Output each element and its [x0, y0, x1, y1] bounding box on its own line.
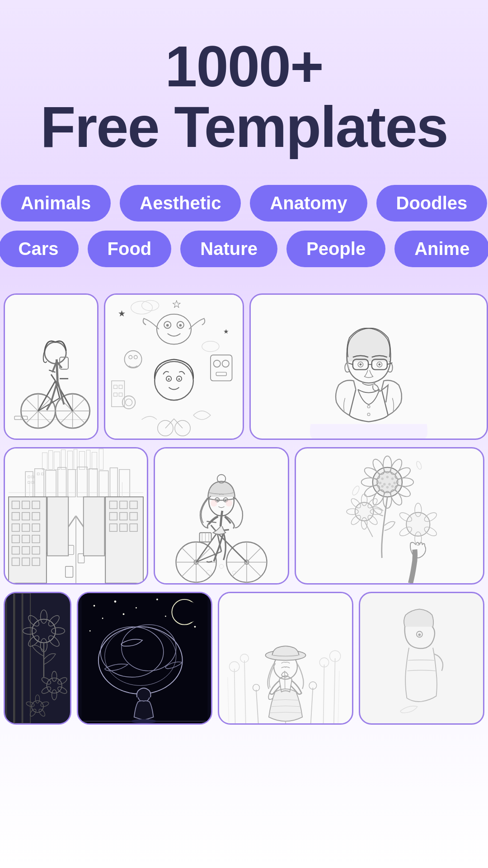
svg-point-195	[383, 483, 386, 486]
svg-point-174	[211, 500, 217, 506]
svg-text:☆: ☆	[172, 298, 182, 310]
svg-rect-136	[84, 497, 105, 556]
tag-anime[interactable]: Anime	[394, 231, 488, 267]
svg-point-74	[360, 363, 362, 366]
gallery-row-1: ★ ★ ☆	[0, 290, 488, 443]
svg-point-259	[194, 626, 196, 627]
gallery-item-partial[interactable]	[359, 592, 484, 725]
svg-point-175	[225, 500, 232, 506]
tags-row-2: Cars Food Nature People Anime	[0, 231, 488, 267]
svg-point-251	[178, 601, 199, 622]
svg-point-197	[393, 481, 396, 484]
gallery-item-doodle[interactable]: ★ ★ ☆	[104, 293, 244, 440]
svg-point-192	[386, 476, 389, 478]
svg-point-38	[166, 324, 169, 327]
svg-text:★: ★	[223, 327, 229, 335]
hero-title: 1000+ Free Templates	[27, 36, 461, 158]
svg-point-256	[102, 618, 103, 619]
svg-rect-135	[47, 497, 69, 556]
svg-point-33	[168, 378, 170, 380]
svg-point-267	[131, 719, 156, 723]
tag-cars[interactable]: Cars	[0, 231, 79, 267]
svg-point-173	[225, 499, 226, 501]
gallery-section: ★ ★ ☆	[0, 290, 488, 728]
svg-point-191	[381, 477, 384, 480]
gallery-row-3	[0, 588, 488, 728]
gallery-item-dark-flowers[interactable]	[4, 592, 71, 725]
gallery-item-garden-girl[interactable]	[218, 592, 353, 725]
svg-point-258	[165, 615, 166, 617]
tag-nature[interactable]: Nature	[180, 231, 277, 267]
tag-animals[interactable]: Animals	[1, 185, 111, 222]
gallery-row-2	[0, 443, 488, 588]
svg-point-255	[156, 599, 158, 600]
tag-food[interactable]: Food	[88, 231, 172, 267]
gallery-item-girl-bike[interactable]	[4, 293, 99, 440]
svg-point-39	[179, 324, 182, 327]
gallery-item-man-thinking[interactable]	[249, 293, 488, 440]
svg-point-196	[388, 483, 391, 486]
svg-rect-29	[107, 295, 240, 439]
svg-point-257	[123, 613, 125, 615]
svg-point-193	[391, 477, 394, 480]
gallery-item-city[interactable]	[4, 447, 148, 585]
svg-point-253	[114, 600, 117, 603]
svg-point-172	[216, 499, 218, 501]
tag-aesthetic[interactable]: Aesthetic	[120, 185, 241, 222]
svg-point-201	[355, 502, 374, 521]
svg-point-288	[418, 633, 421, 636]
hero-title-line1: 1000+	[165, 34, 323, 99]
svg-text:★: ★	[118, 308, 126, 318]
svg-point-200	[391, 485, 394, 488]
svg-point-75	[378, 363, 380, 366]
tag-anatomy[interactable]: Anatomy	[250, 185, 367, 222]
svg-point-198	[381, 485, 384, 488]
svg-point-199	[386, 486, 389, 489]
hero-section: 1000+ Free Templates	[0, 0, 488, 176]
svg-point-260	[89, 630, 91, 632]
svg-point-194	[379, 481, 382, 484]
tag-doodles[interactable]: Doodles	[376, 185, 488, 222]
gallery-item-night-scene[interactable]	[77, 592, 212, 725]
tags-row-1: Animals Aesthetic Anatomy Doodles	[1, 185, 488, 222]
tags-section: Animals Aesthetic Anatomy Doodles Cars F…	[0, 176, 488, 290]
tag-people[interactable]: People	[286, 231, 385, 267]
gallery-item-anime-bike[interactable]	[154, 447, 289, 585]
svg-rect-122	[105, 497, 143, 583]
svg-rect-0	[6, 295, 96, 439]
svg-point-252	[94, 605, 95, 607]
gallery-item-flowers[interactable]	[295, 447, 484, 585]
svg-rect-103	[9, 497, 47, 583]
svg-point-34	[178, 378, 180, 380]
hero-title-line2: Free Templates	[40, 94, 448, 159]
svg-point-254	[136, 607, 137, 609]
